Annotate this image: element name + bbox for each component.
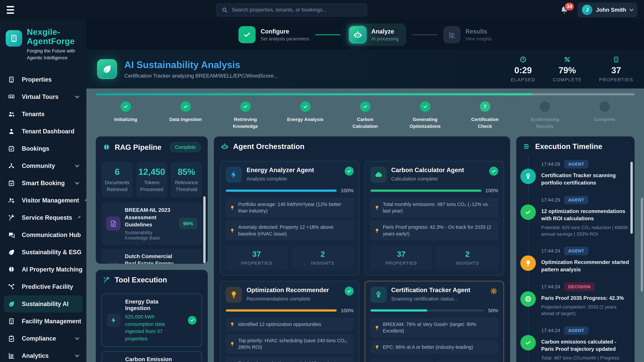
sidebar-item-ai-property-matching[interactable]: AI Property Matching	[4, 261, 83, 278]
pipeline-step-generating-optimizations: Generating Optimizations	[395, 101, 455, 130]
timeline-panel-title: Execution Timeline	[535, 142, 602, 151]
rag-document[interactable]: BREEAM-NL 2023 Assessment GuidelinesSust…	[102, 202, 202, 245]
global-search[interactable]	[216, 3, 367, 16]
clock-icon	[520, 56, 526, 63]
step-configure[interactable]: ConfigureSet analysis parameters	[238, 26, 309, 43]
pipeline-step-data-ingestion: Data Ingestion	[156, 101, 216, 130]
network-icon	[8, 162, 15, 170]
top-bar: 34 J John Smith	[0, 0, 644, 20]
vr-goggles-icon	[8, 93, 15, 100]
chart-icon	[444, 26, 460, 43]
pipeline-step-retrieving-knowledge: Retrieving Knowledge	[216, 101, 276, 130]
pipeline-progress-bar	[96, 93, 634, 95]
sidebar-item-virtual-tours[interactable]: Virtual Tours	[4, 88, 83, 105]
sidebar-item-service-requests[interactable]: Service Requests	[4, 209, 83, 226]
sidebar-item-label: Properties	[22, 76, 52, 83]
agent-card-energy-analyzer[interactable]: Energy Analyzer AgentAnalysis complete 1…	[220, 161, 360, 276]
sidebar-item-tenant-dashboard[interactable]: Tenant Dashboard	[4, 123, 83, 140]
tool-list: Energy Data Ingestion625,000 kWh consump…	[96, 289, 208, 362]
sidebar-item-tenants[interactable]: Tenants	[4, 105, 83, 123]
hamburger-menu-button[interactable]	[7, 4, 18, 15]
sidebar-item-bookings[interactable]: Bookings	[4, 140, 83, 157]
app-root: 34 J John Smith Nexgile-AgentForge Forgi…	[0, 0, 644, 362]
sidebar-item-compliance[interactable]: Compliance	[4, 330, 83, 347]
building-icon	[8, 318, 15, 325]
notifications-button[interactable]: 34	[560, 5, 569, 14]
check-icon	[188, 316, 196, 325]
tools-panel-title: Tool Execution	[115, 276, 167, 284]
insight: Top priority: HVAC scheduling (save 240 …	[226, 334, 354, 354]
sidebar-item-label: Tenant Dashboard	[22, 128, 74, 135]
sidebar-item-facility-management[interactable]: Facility Management	[4, 313, 83, 330]
tool-execution-panel: Tool Execution Energy Data Ingestion625,…	[96, 270, 208, 362]
step-analyze[interactable]: AnalyzeAI processing	[346, 23, 406, 46]
rag-document-list: BREEAM-NL 2023 Assessment GuidelinesSust…	[96, 202, 208, 264]
sidebar-item-communication-hub[interactable]: Communication Hub	[4, 226, 83, 244]
search-input[interactable]	[232, 7, 362, 13]
sidebar-item-properties[interactable]: Properties	[4, 71, 83, 88]
sidebar-item-predictive-facility[interactable]: Predictive Facility	[4, 278, 83, 295]
timeline-scrollbar[interactable]	[630, 162, 633, 234]
sidebar-item-label: Tenants	[22, 111, 44, 118]
sidebar-item-visitor-management[interactable]: Visitor Management	[4, 192, 83, 209]
check-icon	[520, 335, 536, 351]
bulb-icon	[374, 345, 380, 350]
step-label: Analyze	[371, 28, 399, 35]
gear-icon	[489, 287, 498, 296]
sidebar-item-smart-booking[interactable]: Smart Booking	[4, 174, 83, 192]
sidebar-item-analytics[interactable]: Analytics	[4, 347, 83, 362]
page-header: AI Sustainability Analysis Certification…	[86, 50, 644, 88]
sidebar-item-label: Analytics	[22, 352, 49, 359]
chevron-down-icon	[75, 163, 79, 167]
rag-stat-documents: 6Documents Retrieved	[102, 162, 133, 197]
bulb-icon	[230, 341, 235, 347]
insight: Total monthly emissions: 487 tons CO₂ (↓…	[370, 198, 498, 218]
user-menu[interactable]: J John Smith	[578, 2, 637, 17]
globe-icon	[520, 291, 536, 307]
sidebar-item-label: Compliance	[22, 335, 56, 342]
insight: EPC: 96% at A or better (industry-leadin…	[370, 341, 498, 354]
people-icon	[8, 110, 15, 118]
page-subtitle: Certification Tracker analyzing BREEAM/W…	[124, 73, 278, 79]
rag-document[interactable]: Dutch Commercial Real Estate Energy Benc…	[102, 249, 202, 264]
agent-orchestration-panel: Agent Orchestration Energy Analyzer Agen…	[214, 136, 510, 362]
timeline-entry: 17:44:24DECISION Paris Proof 2035 Progre…	[516, 278, 634, 322]
chevron-down-icon	[75, 336, 79, 340]
page-scrollbar[interactable]	[641, 198, 643, 292]
agent-card-carbon-calculator[interactable]: Carbon Calculator AgentCalculation compl…	[365, 161, 504, 276]
sidebar-item-sustainability-esg[interactable]: Sustainability & ESG	[4, 244, 83, 261]
sidebar-item-sustainability-ai[interactable]: Sustainability AI	[4, 295, 83, 313]
step-connector	[412, 34, 438, 35]
step-label: Configure	[260, 28, 309, 35]
user-name: John Smith	[596, 7, 626, 13]
relevance-badge: 96%	[179, 218, 197, 229]
rag-scrollbar[interactable]	[203, 196, 206, 263]
step-sub: AI processing	[371, 36, 399, 41]
sidebar-item-label: Sustainability AI	[22, 301, 68, 308]
brand: Nexgile-AgentForge Forging the Future wi…	[0, 20, 86, 61]
bulb-icon	[520, 255, 536, 271]
sidebar-item-community[interactable]: Community	[4, 157, 83, 174]
pipeline-steps: Initializing Data Ingestion Retrieving K…	[96, 101, 634, 130]
step-sub: View insights	[466, 36, 492, 41]
sidebar-item-label: Bookings	[22, 145, 49, 152]
insight: Total carbon reduction potential: 625 to…	[226, 357, 354, 362]
agent-badge: AGENT	[564, 247, 588, 255]
pipeline-step-complete: Complete	[575, 101, 634, 130]
tool-energy-data-ingestion[interactable]: Energy Data Ingestion625,000 kWh consump…	[102, 294, 202, 347]
leaf-icon	[8, 300, 15, 308]
robot-icon	[349, 26, 366, 43]
sidebar-item-label: Community	[22, 162, 55, 169]
timeline-entry: 17:44:29AGENT 12 optimization recommenda…	[516, 191, 634, 242]
cloud-icon	[370, 167, 386, 183]
tool-carbon-emission-calculator[interactable]: Carbon Emission CalculatorScope 1: 48.7t…	[102, 351, 202, 362]
rag-panel-title: RAG Pipeline	[115, 143, 162, 151]
agent-card-certification-tracker[interactable]: Certification Tracker AgentScanning cert…	[365, 281, 504, 362]
insight: Identified 12 optimization opportunities	[226, 318, 354, 331]
bulb-icon	[374, 228, 380, 233]
person-icon	[8, 128, 15, 135]
sidebar-item-label: Facility Management	[22, 318, 81, 325]
step-results[interactable]: ResultsView insights	[444, 26, 492, 43]
bulb-icon	[374, 325, 380, 330]
agent-card-optimization-recommender[interactable]: Optimization RecommenderRecommendations …	[220, 281, 360, 362]
